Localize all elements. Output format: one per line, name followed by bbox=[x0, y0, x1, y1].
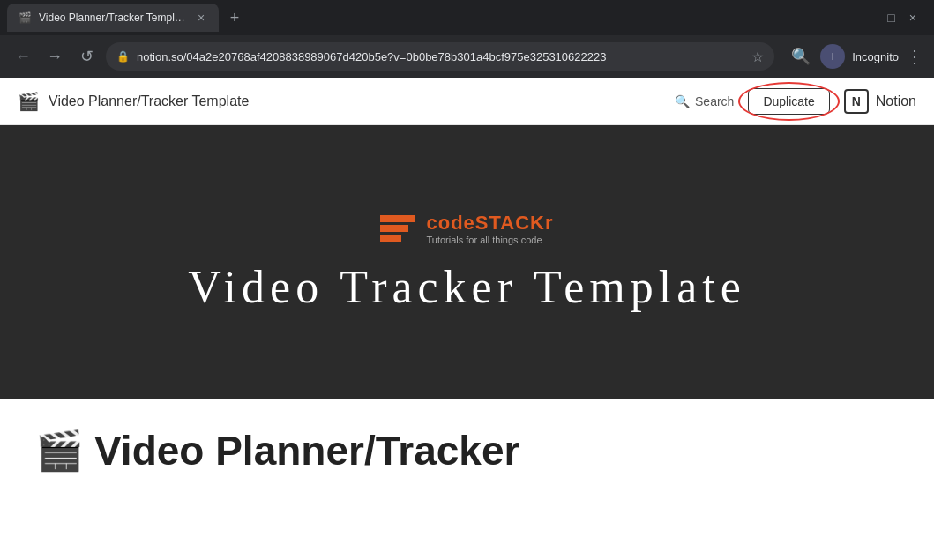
page-heading: 🎬 Video Planner/Tracker bbox=[35, 427, 899, 474]
hero-title: Video Tracker Template bbox=[188, 261, 746, 313]
duplicate-button[interactable]: Duplicate bbox=[748, 88, 829, 115]
close-btn[interactable]: × bbox=[909, 11, 916, 25]
notion-brand: N Notion bbox=[844, 89, 916, 114]
minimize-btn[interactable]: — bbox=[861, 11, 873, 25]
logo-bars bbox=[380, 215, 415, 242]
tab-title: Video Planner/Tracker Template bbox=[39, 11, 187, 24]
hero-banner: codeSTACKr Tutorials for all things code… bbox=[0, 125, 934, 399]
logo-stack: STACKr bbox=[475, 212, 554, 234]
forward-button[interactable]: → bbox=[42, 44, 67, 69]
logo-text-wrap: codeSTACKr Tutorials for all things code bbox=[426, 212, 553, 245]
logo-bar-2 bbox=[380, 225, 408, 232]
bookmark-icon[interactable]: ☆ bbox=[751, 49, 764, 65]
address-bar: ← → ↺ 🔒 notion.so/04a2e20768af4208838989… bbox=[0, 35, 934, 78]
page-title-text: Video Planner/Tracker Template bbox=[49, 93, 249, 109]
duplicate-btn-wrap: Duplicate bbox=[748, 88, 829, 115]
active-tab[interactable]: 🎬 Video Planner/Tracker Template × bbox=[7, 4, 219, 32]
heading-icon: 🎬 bbox=[35, 428, 84, 474]
search-button[interactable]: 🔍 Search bbox=[675, 94, 734, 108]
reload-button[interactable]: ↺ bbox=[74, 44, 99, 69]
content-area: 🎬 Video Planner/Tracker bbox=[0, 399, 934, 503]
search-label: Search bbox=[695, 94, 734, 108]
logo-wrap: codeSTACKr Tutorials for all things code bbox=[380, 212, 553, 245]
browser-search-icon[interactable]: 🔍 bbox=[788, 44, 813, 69]
page-icon: 🎬 bbox=[18, 91, 40, 112]
notion-n-icon: N bbox=[844, 89, 869, 114]
window-controls: — □ × bbox=[861, 11, 927, 25]
logo-code: code bbox=[426, 212, 474, 234]
profile-button[interactable]: I bbox=[820, 44, 845, 69]
browser-menu-button[interactable]: ⋮ bbox=[906, 46, 923, 67]
tab-bar: 🎬 Video Planner/Tracker Template × + — □… bbox=[0, 0, 934, 35]
tab-close-btn[interactable]: × bbox=[194, 11, 208, 25]
toolbar-right: 🔍 Search Duplicate N Notion bbox=[675, 88, 916, 115]
logo-sub: Tutorials for all things code bbox=[426, 235, 553, 245]
notion-label: Notion bbox=[876, 93, 916, 109]
logo-bar-1 bbox=[380, 215, 415, 222]
logo-text-main: codeSTACKr bbox=[426, 212, 553, 235]
browser-right-icons: 🔍 I Incognito ⋮ bbox=[788, 44, 923, 69]
url-text: notion.so/04a2e20768af4208838989067d420b… bbox=[137, 50, 741, 63]
incognito-label: Incognito bbox=[852, 50, 899, 63]
lock-icon: 🔒 bbox=[116, 50, 130, 63]
notion-toolbar: 🎬 Video Planner/Tracker Template 🔍 Searc… bbox=[0, 78, 934, 125]
tab-favicon: 🎬 bbox=[18, 11, 32, 25]
maximize-btn[interactable]: □ bbox=[887, 11, 894, 25]
profile-label: I bbox=[832, 51, 834, 62]
notion-page-title: 🎬 Video Planner/Tracker Template bbox=[18, 91, 249, 112]
browser-chrome: 🎬 Video Planner/Tracker Template × + — □… bbox=[0, 0, 934, 78]
address-input[interactable]: 🔒 notion.so/04a2e20768af4208838989067d42… bbox=[106, 42, 774, 71]
search-icon: 🔍 bbox=[675, 94, 690, 108]
back-button[interactable]: ← bbox=[11, 44, 35, 69]
heading-text: Video Planner/Tracker bbox=[94, 427, 519, 474]
logo-bar-3 bbox=[380, 235, 401, 242]
new-tab-button[interactable]: + bbox=[222, 5, 247, 30]
